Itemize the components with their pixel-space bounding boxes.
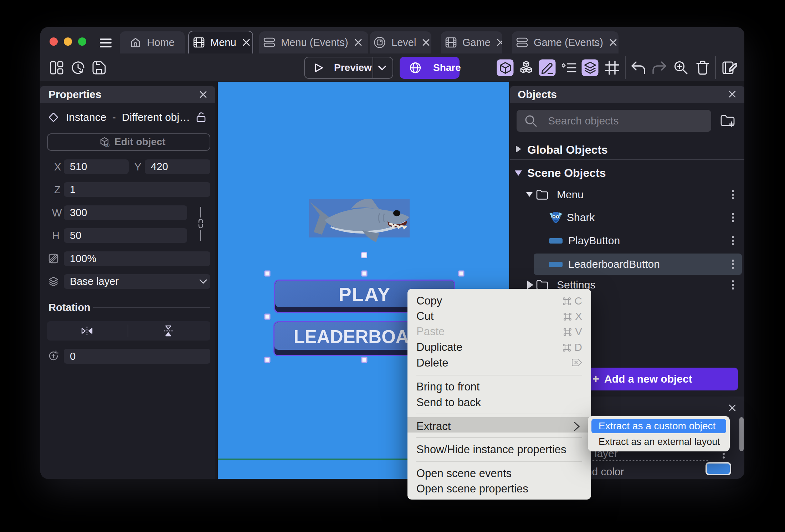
svg-text:2D: 2D — [105, 143, 109, 147]
